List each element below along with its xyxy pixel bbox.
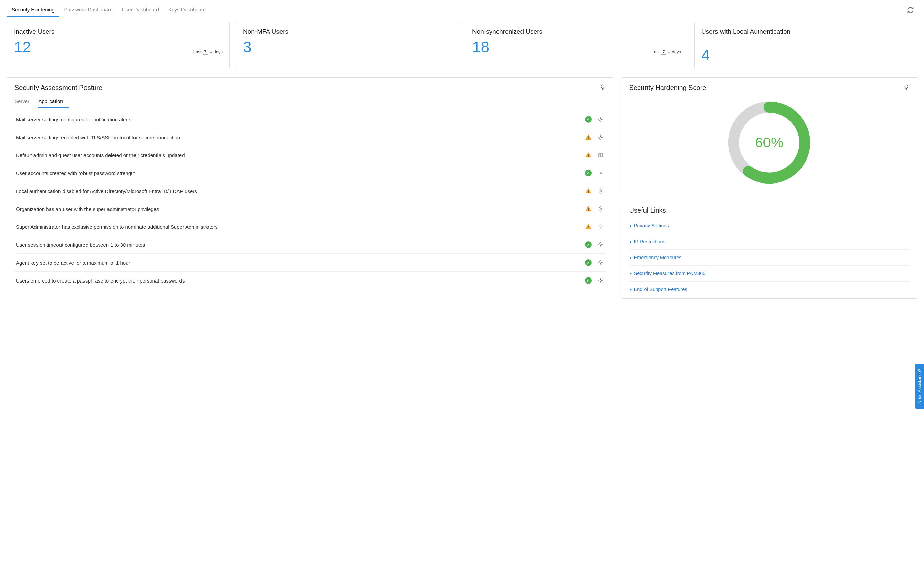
useful-link[interactable]: ▸IP Restrictions — [629, 234, 909, 249]
top-tab[interactable]: Security Hardening — [7, 4, 59, 17]
status-warning-icon — [585, 205, 592, 213]
stat-card-value: 3 — [243, 39, 252, 55]
stat-cards-row: Inactive Users12Last 7⌄ daysNon-MFA User… — [7, 22, 917, 68]
assessment-row-label: Mail server settings enabled with TLS/SS… — [16, 135, 580, 140]
status-warning-icon — [585, 187, 592, 195]
stat-card: Non-synchronized Users18Last 7⌄ days — [465, 22, 688, 68]
assessment-row-label: Local authentication disabled for Active… — [16, 188, 580, 194]
stat-card-value: 12 — [14, 39, 31, 55]
stat-card: Inactive Users12Last 7⌄ days — [7, 22, 230, 68]
assessment-subtabs: ServerApplication — [15, 96, 606, 109]
score-panel: Security Hardening Score 60% — [622, 77, 917, 194]
assessment-row: Users enforced to create a passphrase to… — [15, 272, 606, 289]
stat-card-title: Inactive Users — [14, 28, 223, 36]
stat-card-title: Non-synchronized Users — [472, 28, 681, 36]
report-icon[interactable] — [597, 169, 604, 177]
gear-icon[interactable] — [597, 115, 604, 123]
useful-link[interactable]: ▸Emergency Measures — [629, 249, 909, 265]
stat-card: Non-MFA Users3 — [236, 22, 459, 68]
assessment-row: Mail server settings configured for noti… — [15, 110, 606, 129]
assessment-list: Mail server settings configured for noti… — [15, 110, 606, 289]
assessment-row: Local authentication disabled for Active… — [15, 182, 606, 200]
stat-card-filter[interactable]: Last 7⌄ days — [652, 49, 681, 55]
assessment-subtab[interactable]: Application — [38, 96, 68, 109]
useful-link-label: Security Measures from PAM360 — [634, 271, 706, 276]
lightbulb-icon[interactable] — [903, 84, 909, 91]
useful-link-label: End of Support Features — [634, 287, 687, 292]
useful-link[interactable]: ▸Security Measures from PAM360 — [629, 265, 909, 281]
assessment-row: Default admin and guest user accounts de… — [15, 146, 606, 164]
status-warning-icon — [585, 152, 592, 159]
gear-icon[interactable] — [597, 134, 604, 141]
useful-link[interactable]: ▸Privacy Settings — [629, 218, 909, 234]
status-ok-icon: ✓ — [585, 169, 592, 177]
assessment-row-label: Default admin and guest user accounts de… — [16, 152, 580, 158]
stat-card-value: 4 — [701, 47, 710, 63]
assessment-row-label: User accounts created with robust passwo… — [16, 170, 580, 176]
useful-link-label: Emergency Measures — [634, 255, 681, 260]
gear-icon[interactable] — [597, 241, 604, 248]
lightbulb-icon[interactable] — [599, 84, 606, 91]
caret-right-icon: ▸ — [630, 224, 632, 228]
score-donut-chart: 60% — [727, 101, 812, 185]
assessment-row-label: Mail server settings configured for noti… — [16, 117, 580, 122]
stat-card-title: Users with Local Authentication — [701, 28, 910, 44]
top-tab[interactable]: Password Dashboard — [59, 4, 117, 17]
useful-link-label: IP Restrictions — [634, 239, 665, 244]
status-ok-icon: ✓ — [585, 241, 592, 248]
useful-links-list: ▸Privacy Settings▸IP Restrictions▸Emerge… — [629, 218, 909, 297]
assessment-row: Organization has an user with the super … — [15, 200, 606, 218]
assessment-row: Agent key set to be active for a maximum… — [15, 254, 606, 272]
refresh-icon[interactable] — [906, 5, 915, 16]
score-percent-label: 60% — [727, 101, 812, 185]
assessment-row: User session timeout configured between … — [15, 236, 606, 254]
top-tab[interactable]: User Dashboard — [117, 4, 163, 17]
caret-right-icon: ▸ — [630, 256, 632, 260]
useful-links-title: Useful Links — [629, 206, 666, 214]
useful-link[interactable]: ▸End of Support Features — [629, 281, 909, 297]
gear-icon[interactable] — [597, 187, 604, 195]
assessment-row-label: User session timeout configured between … — [16, 242, 580, 248]
gear-icon[interactable] — [597, 205, 604, 213]
gear-icon — [597, 223, 604, 231]
caret-right-icon: ▸ — [630, 287, 632, 292]
assessment-row: Mail server settings enabled with TLS/SS… — [15, 129, 606, 146]
assessment-panel: Security Assessment Posture ServerApplic… — [7, 77, 614, 296]
assessment-row-label: Agent key set to be active for a maximum… — [16, 260, 580, 265]
assessment-subtab[interactable]: Server — [15, 96, 35, 109]
status-ok-icon: ✓ — [585, 115, 592, 123]
assessment-row: User accounts created with robust passwo… — [15, 164, 606, 182]
useful-links-panel: Useful Links ▸Privacy Settings▸IP Restri… — [622, 200, 917, 299]
caret-right-icon: ▸ — [630, 240, 632, 244]
chevron-down-icon: ⌄ — [668, 50, 670, 54]
status-warning-icon — [585, 134, 592, 141]
gear-icon[interactable] — [597, 277, 604, 284]
stat-card-filter[interactable]: Last 7⌄ days — [193, 49, 223, 55]
assessment-row-label: Users enforced to create a passphrase to… — [16, 278, 580, 284]
score-title: Security Hardening Score — [629, 84, 706, 92]
chevron-down-icon: ⌄ — [210, 50, 212, 54]
stat-card-value: 18 — [472, 39, 489, 55]
assessment-row-label: Organization has an user with the super … — [16, 206, 580, 212]
status-ok-icon: ✓ — [585, 259, 592, 266]
status-warning-icon — [585, 223, 592, 231]
top-tab-bar: Security HardeningPassword DashboardUser… — [7, 0, 917, 17]
stat-card: Users with Local Authentication4 — [694, 22, 917, 68]
gear-icon[interactable] — [597, 259, 604, 266]
useful-link-label: Privacy Settings — [634, 223, 669, 228]
caret-right-icon: ▸ — [630, 271, 632, 276]
top-tab[interactable]: Keys Dashboard — [163, 4, 211, 17]
stat-card-title: Non-MFA Users — [243, 28, 452, 36]
assessment-row-label: Super Administrator has exclusive permis… — [16, 224, 580, 230]
assessment-row: Super Administrator has exclusive permis… — [15, 218, 606, 236]
status-ok-icon: ✓ — [585, 277, 592, 284]
book-icon[interactable] — [597, 152, 604, 159]
assessment-title: Security Assessment Posture — [15, 84, 102, 92]
